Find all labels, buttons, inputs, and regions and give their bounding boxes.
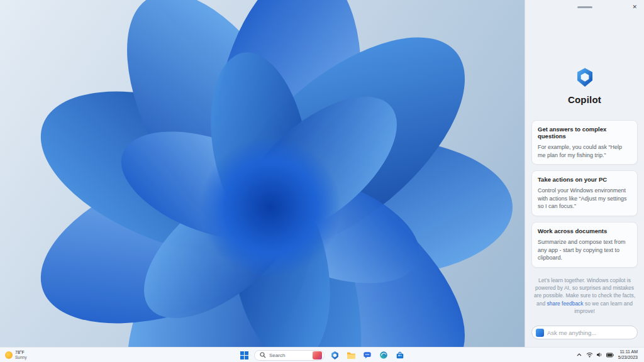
chevron-up-icon (577, 353, 582, 356)
weather-temperature: 78°F (15, 350, 26, 355)
copilot-branding: Copilot (531, 67, 638, 105)
panel-drag-handle[interactable] (577, 6, 592, 8)
disclaimer-text: so we can learn and improve! (574, 300, 633, 314)
weather-text: 78°F Sunny (15, 350, 26, 360)
store-button[interactable] (394, 349, 406, 361)
network-volume-battery-button[interactable] (586, 352, 614, 358)
search-icon (260, 352, 266, 358)
chat-bubble-icon (363, 351, 372, 359)
panel-title: Copilot (568, 94, 601, 105)
copilot-logo-icon (574, 67, 596, 88)
compose-icon (536, 329, 544, 337)
chat-button[interactable] (361, 349, 374, 361)
volume-icon (596, 352, 603, 358)
panel-controls: ✕ (531, 3, 638, 13)
folder-icon (347, 351, 356, 359)
show-hidden-icons-button[interactable] (577, 353, 582, 356)
card-title: Work across documents (538, 228, 631, 234)
windows-logo-icon (240, 351, 248, 359)
card-body: Summarize and compose text from any app … (538, 238, 631, 262)
start-button[interactable] (238, 349, 250, 361)
panel-spacer (531, 315, 638, 326)
edge-browser-icon (379, 351, 388, 359)
battery-icon (606, 353, 614, 358)
card-body: For example, you could ask “Help me plan… (538, 143, 631, 159)
ask-input[interactable] (547, 329, 633, 336)
store-bag-icon (396, 351, 404, 359)
card-body: Control your Windows environment with ac… (538, 187, 631, 211)
card-documents: Work across documents Summarize and comp… (531, 222, 638, 268)
wallpaper-bloom (0, 0, 525, 347)
sun-icon (5, 351, 13, 359)
system-tray: 11:11 AM 5/23/2023 (577, 348, 644, 362)
card-title: Get answers to complex questions (538, 126, 631, 140)
suggestion-cards: Get answers to complex questions For exa… (531, 120, 638, 268)
card-actions: Take actions on your PC Control your Win… (531, 170, 638, 216)
taskbar: 78°F Sunny Search (0, 347, 644, 362)
close-icon[interactable]: ✕ (629, 3, 640, 11)
taskbar-center: Search (238, 348, 406, 362)
clock[interactable]: 11:11 AM 5/23/2023 (618, 349, 638, 360)
card-title: Take actions on your PC (538, 176, 631, 183)
copilot-icon (330, 351, 340, 360)
taskbar-search[interactable]: Search (254, 350, 325, 361)
share-feedback-link[interactable]: share feedback (547, 300, 583, 307)
weather-widget[interactable]: 78°F Sunny (0, 350, 26, 360)
clock-time: 11:11 AM (618, 349, 638, 355)
card-answers: Get answers to complex questions For exa… (531, 120, 638, 165)
taskbar-copilot-button[interactable] (328, 349, 341, 361)
search-highlight-image (313, 351, 322, 359)
ask-input-container[interactable] (531, 326, 638, 339)
wifi-icon (586, 352, 593, 358)
desktop[interactable] (0, 0, 525, 347)
clock-date: 5/23/2023 (618, 355, 638, 361)
weather-condition: Sunny (15, 355, 26, 360)
file-explorer-button[interactable] (345, 349, 357, 361)
ai-disclaimer: Let’s learn together. Windows copilot is… (531, 277, 638, 315)
search-label: Search (269, 353, 309, 358)
copilot-panel: ✕ Copilot Get answers to complex questio… (525, 0, 644, 347)
edge-button[interactable] (377, 349, 390, 361)
